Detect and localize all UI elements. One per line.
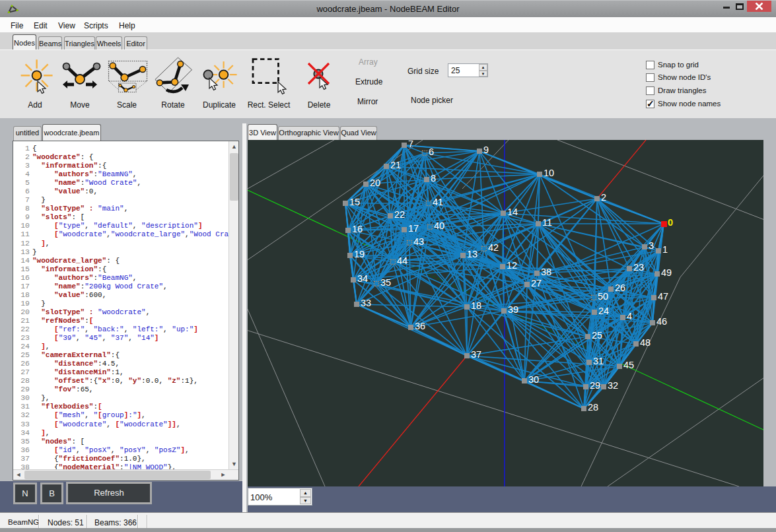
svg-text:32: 32 <box>608 380 618 391</box>
svg-text:3: 3 <box>649 240 654 251</box>
svg-text:46: 46 <box>656 316 667 327</box>
svg-text:12: 12 <box>507 260 517 271</box>
svg-text:25: 25 <box>592 330 602 341</box>
svg-text:19: 19 <box>354 249 365 259</box>
svg-text:24: 24 <box>598 306 609 316</box>
svg-text:28: 28 <box>588 402 598 413</box>
svg-text:10: 10 <box>544 168 554 178</box>
svg-text:1: 1 <box>662 244 668 255</box>
svg-text:27: 27 <box>531 278 542 288</box>
svg-text:49: 49 <box>661 267 672 278</box>
svg-text:40: 40 <box>434 220 444 231</box>
svg-text:4: 4 <box>627 311 632 321</box>
svg-text:35: 35 <box>380 277 391 288</box>
svg-text:34: 34 <box>357 273 368 284</box>
svg-text:41: 41 <box>433 197 443 207</box>
svg-text:20: 20 <box>370 178 380 188</box>
svg-text:33: 33 <box>361 298 371 308</box>
svg-text:30: 30 <box>528 374 539 385</box>
svg-text:6: 6 <box>429 147 434 157</box>
svg-text:9: 9 <box>483 145 489 155</box>
svg-text:50: 50 <box>598 291 608 302</box>
svg-text:2: 2 <box>601 192 606 203</box>
svg-text:37: 37 <box>471 349 481 360</box>
svg-text:21: 21 <box>390 160 401 170</box>
svg-text:13: 13 <box>467 249 477 259</box>
svg-text:22: 22 <box>394 209 405 220</box>
svg-text:47: 47 <box>658 291 668 302</box>
svg-text:16: 16 <box>352 224 363 234</box>
svg-text:29: 29 <box>590 380 600 391</box>
svg-text:8: 8 <box>431 173 436 183</box>
svg-text:42: 42 <box>488 242 499 253</box>
svg-text:44: 44 <box>397 255 407 266</box>
svg-text:14: 14 <box>507 207 518 217</box>
svg-text:7: 7 <box>408 140 413 149</box>
svg-text:18: 18 <box>471 300 481 311</box>
svg-text:0: 0 <box>668 217 673 228</box>
svg-text:31: 31 <box>593 356 604 366</box>
svg-text:36: 36 <box>415 321 425 331</box>
svg-text:11: 11 <box>542 217 552 228</box>
svg-text:43: 43 <box>413 236 424 247</box>
svg-text:17: 17 <box>408 223 419 234</box>
svg-text:26: 26 <box>615 283 625 293</box>
svg-text:15: 15 <box>349 197 360 207</box>
svg-text:39: 39 <box>508 304 518 315</box>
svg-text:48: 48 <box>640 337 651 348</box>
svg-text:38: 38 <box>541 267 551 277</box>
svg-text:45: 45 <box>623 360 634 370</box>
svg-text:23: 23 <box>633 262 644 273</box>
